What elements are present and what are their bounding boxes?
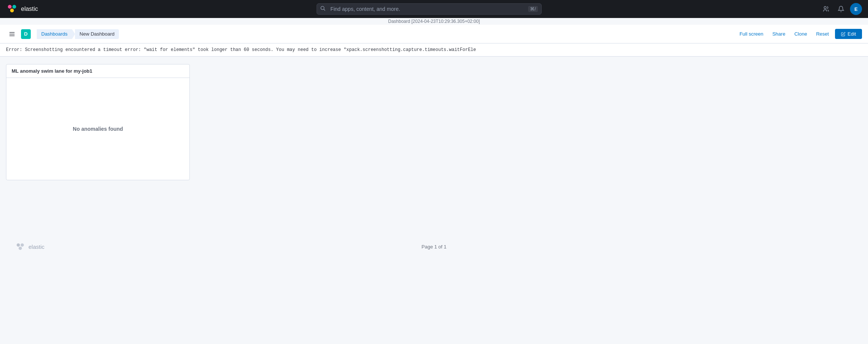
users-icon-button[interactable] <box>820 3 832 15</box>
svg-point-13 <box>21 243 24 247</box>
reset-button[interactable]: Reset <box>813 30 832 38</box>
svg-point-8 <box>824 6 826 9</box>
nav-left: D Dashboards New Dashboard <box>6 28 119 40</box>
fullscreen-button[interactable]: Full screen <box>736 30 766 38</box>
svg-point-5 <box>11 9 13 12</box>
nav-right: Full screen Share Clone Reset Edit <box>736 29 862 39</box>
edit-icon <box>841 32 845 36</box>
notifications-icon-button[interactable] <box>835 3 847 15</box>
breadcrumb-d-icon: D <box>21 29 31 39</box>
elastic-logo-icon <box>6 3 18 15</box>
edit-button[interactable]: Edit <box>835 29 862 39</box>
no-anomalies-text: No anomalies found <box>73 126 123 132</box>
footer-logo: elastic <box>15 242 45 252</box>
caption-bar: Dashboard [2024-04-23T10:29:36.305+02:00… <box>0 18 868 25</box>
breadcrumb-new-dashboard: New Dashboard <box>75 29 119 39</box>
panel-body: No anomalies found <box>6 78 189 180</box>
svg-point-3 <box>9 6 11 8</box>
panel-title: ML anomaly swim lane for my-job1 <box>6 64 189 78</box>
footer-logo-text: elastic <box>29 244 45 250</box>
breadcrumb-arrow <box>72 29 75 39</box>
svg-point-12 <box>17 243 20 247</box>
error-bar: Error: Screenshotting encountered a time… <box>0 43 868 57</box>
top-bar-actions: E <box>820 3 862 15</box>
search-input[interactable] <box>317 3 542 15</box>
svg-point-4 <box>13 6 15 8</box>
footer: elastic Page 1 of 1 <box>0 236 868 257</box>
share-button[interactable]: Share <box>769 30 788 38</box>
svg-point-14 <box>19 247 22 250</box>
logo-text: elastic <box>21 6 38 12</box>
footer-elastic-logo-icon <box>15 242 26 252</box>
footer-page-text: Page 1 of 1 <box>422 244 447 250</box>
error-text: Error: Screenshotting encountered a time… <box>6 47 476 52</box>
main-content: ML anomaly swim lane for my-job1 No anom… <box>0 57 868 206</box>
search-shortcut: ⌘/ <box>528 6 538 12</box>
clone-button[interactable]: Clone <box>791 30 810 38</box>
ml-panel: ML anomaly swim lane for my-job1 No anom… <box>6 64 190 180</box>
breadcrumb-dashboards[interactable]: Dashboards <box>37 29 72 39</box>
logo-area: elastic <box>6 3 38 15</box>
caption-text: Dashboard [2024-04-23T10:29:36.305+02:00… <box>388 19 480 24</box>
hamburger-button[interactable] <box>6 28 18 40</box>
svg-line-7 <box>324 9 325 10</box>
avatar-button[interactable]: E <box>850 3 862 15</box>
breadcrumb: Dashboards New Dashboard <box>37 29 119 39</box>
top-nav-bar: elastic ⌘/ E <box>0 0 868 18</box>
nav-bar: D Dashboards New Dashboard Full screen S… <box>0 25 868 43</box>
search-icon <box>320 6 326 12</box>
search-bar[interactable]: ⌘/ <box>317 3 542 15</box>
